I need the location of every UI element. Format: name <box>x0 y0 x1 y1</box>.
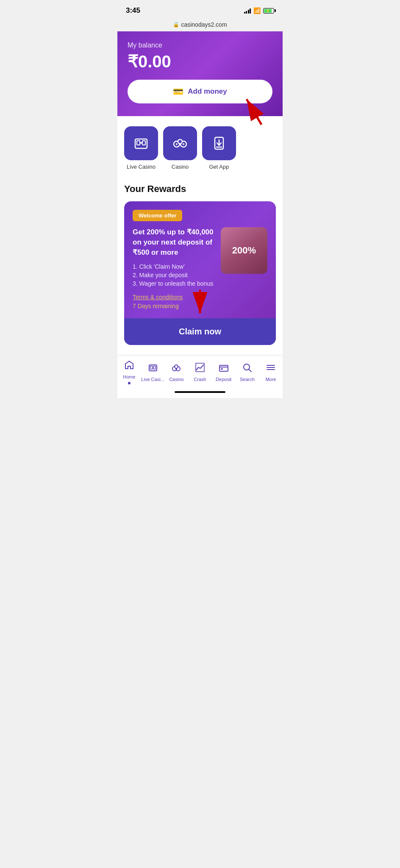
nav-crash-label: Crash <box>194 377 206 382</box>
home-icon <box>124 360 134 373</box>
svg-point-10 <box>183 143 184 145</box>
wifi-icon: 📶 <box>253 7 261 14</box>
nav-more-label: More <box>266 377 276 382</box>
nav-more[interactable]: More <box>259 362 283 382</box>
quick-link-casino[interactable]: Casino <box>163 126 197 170</box>
svg-rect-17 <box>150 366 153 369</box>
bottom-nav: Home Live Casi... Casino <box>117 355 283 388</box>
bonus-percent: 200% <box>232 245 256 256</box>
nav-live-casino-icon <box>148 362 158 375</box>
nav-home-label: Home <box>123 374 135 379</box>
nav-home[interactable]: Home <box>117 360 141 384</box>
browser-url: casinodays2.com <box>181 21 227 28</box>
svg-rect-24 <box>221 368 223 370</box>
nav-live-casino-label: Live Casi... <box>141 377 164 382</box>
nav-casino-label: Casino <box>169 377 183 382</box>
svg-rect-18 <box>153 366 156 369</box>
home-indicator <box>117 388 283 398</box>
svg-point-21 <box>175 365 178 368</box>
reward-text: Get 200% up to ₹40,000 on your next depo… <box>133 227 216 310</box>
browser-bar: 🔒 casinodays2.com <box>117 19 283 31</box>
nav-active-dot <box>128 382 131 384</box>
nav-live-casino[interactable]: Live Casi... <box>141 362 165 382</box>
reward-steps: 1. Click 'Claim Now' 2. Make your deposi… <box>133 263 216 287</box>
status-time: 3:45 <box>126 6 140 15</box>
add-money-button[interactable]: 💳 Add money <box>128 80 272 103</box>
nav-crash-icon <box>195 362 205 375</box>
get-app-icon <box>202 126 236 160</box>
reward-content: Get 200% up to ₹40,000 on your next depo… <box>133 227 267 310</box>
reward-card-inner: Welcome offer Get 200% up to ₹40,000 on … <box>124 201 276 318</box>
nav-deposit-icon <box>219 362 229 375</box>
casino-icon <box>163 126 197 160</box>
svg-rect-3 <box>137 141 140 145</box>
battery-icon: ⚡ <box>263 8 274 14</box>
signal-icon <box>244 8 251 14</box>
home-indicator-bar <box>175 391 225 393</box>
terms-conditions-link[interactable]: Terms & conditions <box>133 294 216 300</box>
lock-icon: 🔒 <box>173 22 179 28</box>
main-content: Live Casino Casino <box>117 116 283 355</box>
quick-link-get-app[interactable]: Get App <box>202 126 236 170</box>
svg-line-26 <box>249 370 252 372</box>
status-bar: 3:45 📶 ⚡ <box>117 0 283 19</box>
reward-step-2: 2. Make your deposit <box>133 272 216 278</box>
reward-step-1: 1. Click 'Claim Now' <box>133 263 216 270</box>
nav-search-icon <box>242 362 252 375</box>
claim-now-button[interactable]: Claim now <box>124 318 276 345</box>
balance-label: My balance <box>128 42 272 49</box>
svg-rect-4 <box>142 141 145 145</box>
card-icon: 💳 <box>173 86 183 97</box>
reward-image: 200% <box>221 227 267 274</box>
welcome-badge: Welcome offer <box>133 210 182 221</box>
reward-card: Welcome offer Get 200% up to ₹40,000 on … <box>124 201 276 345</box>
live-casino-icon <box>124 126 158 160</box>
svg-point-9 <box>176 143 178 145</box>
header-section: My balance ₹0.00 💳 Add money <box>117 31 283 116</box>
live-casino-label: Live Casino <box>127 164 156 170</box>
casino-label: Casino <box>172 164 189 170</box>
svg-rect-23 <box>219 365 228 371</box>
balance-amount: ₹0.00 <box>128 52 272 71</box>
svg-point-5 <box>140 142 142 144</box>
nav-search[interactable]: Search <box>236 362 259 382</box>
nav-crash[interactable]: Crash <box>188 362 212 382</box>
reward-headline: Get 200% up to ₹40,000 on your next depo… <box>133 227 216 257</box>
rewards-title: Your Rewards <box>124 184 276 195</box>
nav-more-icon <box>266 362 276 375</box>
svg-point-8 <box>178 139 182 144</box>
svg-rect-22 <box>196 363 204 372</box>
nav-deposit[interactable]: Deposit <box>212 362 236 382</box>
quick-links: Live Casino Casino <box>124 126 276 170</box>
nav-casino-icon <box>171 362 181 375</box>
quick-link-live-casino[interactable]: Live Casino <box>124 126 158 170</box>
nav-search-label: Search <box>240 377 255 382</box>
nav-casino[interactable]: Casino <box>164 362 188 382</box>
add-money-label: Add money <box>188 87 227 96</box>
reward-expiry: 7 Days remaining <box>133 303 179 309</box>
reward-step-3: 3. Wager to unleash the bonus <box>133 280 216 287</box>
status-icons: 📶 ⚡ <box>244 7 275 14</box>
nav-deposit-label: Deposit <box>216 377 231 382</box>
get-app-label: Get App <box>209 164 229 170</box>
